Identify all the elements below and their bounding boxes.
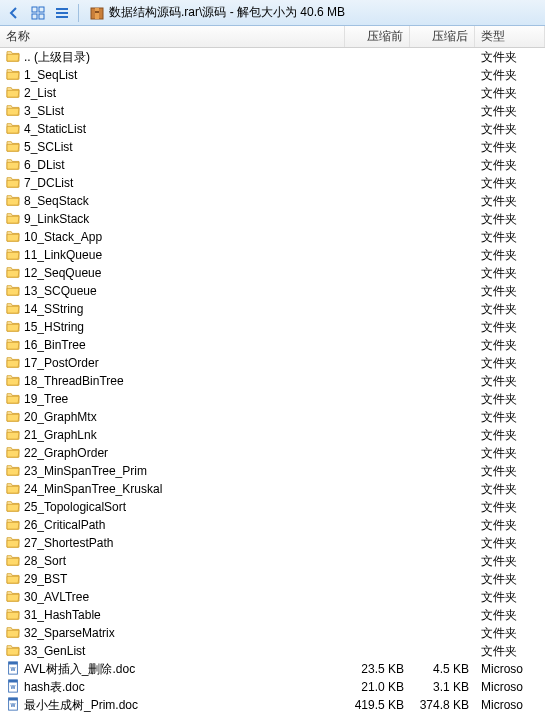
- file-type-cell: 文件夹: [475, 319, 545, 336]
- file-type-cell: 文件夹: [475, 499, 545, 516]
- column-header-name[interactable]: 名称: [0, 26, 345, 47]
- file-name-cell: 16_BinTree: [0, 338, 345, 353]
- file-type-cell: 文件夹: [475, 391, 545, 408]
- file-type-cell: 文件夹: [475, 67, 545, 84]
- file-row[interactable]: 2_List文件夹: [0, 84, 545, 102]
- file-row[interactable]: 15_HString文件夹: [0, 318, 545, 336]
- folder-icon: [6, 86, 20, 101]
- folder-icon: [6, 284, 20, 299]
- file-row[interactable]: 26_CriticalPath文件夹: [0, 516, 545, 534]
- file-row[interactable]: 21_GraphLnk文件夹: [0, 426, 545, 444]
- file-name-cell: 25_TopologicalSort: [0, 500, 345, 515]
- svg-rect-0: [32, 7, 37, 12]
- file-name-label: .. (上级目录): [24, 49, 90, 66]
- file-name-cell: 13_SCQueue: [0, 284, 345, 299]
- file-row[interactable]: 23_MinSpanTree_Prim文件夹: [0, 462, 545, 480]
- file-name-cell: 17_PostOrder: [0, 356, 345, 371]
- folder-icon: [6, 392, 20, 407]
- file-row[interactable]: .. (上级目录)文件夹: [0, 48, 545, 66]
- file-name-label: 20_GraphMtx: [24, 410, 97, 424]
- file-row[interactable]: 6_DList文件夹: [0, 156, 545, 174]
- path-bar[interactable]: 数据结构源码.rar\源码 - 解包大小为 40.6 MB: [85, 4, 541, 21]
- svg-rect-14: [9, 679, 18, 682]
- doc-icon: W: [6, 697, 20, 714]
- file-row[interactable]: 9_LinkStack文件夹: [0, 210, 545, 228]
- file-type-cell: Microso: [475, 680, 545, 694]
- file-row[interactable]: 19_Tree文件夹: [0, 390, 545, 408]
- file-row[interactable]: 30_AVLTree文件夹: [0, 588, 545, 606]
- file-name-cell: 3_SList: [0, 104, 345, 119]
- toolbar: 数据结构源码.rar\源码 - 解包大小为 40.6 MB: [0, 0, 545, 26]
- file-type-cell: 文件夹: [475, 589, 545, 606]
- folder-icon: [6, 518, 20, 533]
- file-row[interactable]: 31_HashTable文件夹: [0, 606, 545, 624]
- view-icons-button[interactable]: [28, 3, 48, 23]
- file-name-cell: 24_MinSpanTree_Kruskal: [0, 482, 345, 497]
- file-row[interactable]: 11_LinkQueue文件夹: [0, 246, 545, 264]
- file-name-label: 27_ShortestPath: [24, 536, 113, 550]
- folder-icon: [6, 536, 20, 551]
- folder-icon: [6, 572, 20, 587]
- file-name-label: 23_MinSpanTree_Prim: [24, 464, 147, 478]
- file-type-cell: 文件夹: [475, 301, 545, 318]
- file-row[interactable]: 18_ThreadBinTree文件夹: [0, 372, 545, 390]
- file-name-label: 14_SString: [24, 302, 83, 316]
- file-row[interactable]: 17_PostOrder文件夹: [0, 354, 545, 372]
- folder-icon: [6, 266, 20, 281]
- svg-text:W: W: [11, 665, 16, 671]
- file-row[interactable]: 5_SCList文件夹: [0, 138, 545, 156]
- file-name-label: 13_SCQueue: [24, 284, 97, 298]
- file-row[interactable]: 8_SeqStack文件夹: [0, 192, 545, 210]
- file-row[interactable]: W最小生成树_Prim.doc419.5 KB374.8 KBMicroso: [0, 696, 545, 714]
- file-list[interactable]: .. (上级目录)文件夹1_SeqList文件夹2_List文件夹3_SList…: [0, 48, 545, 720]
- archive-icon: [89, 5, 105, 21]
- file-name-cell: 4_StaticList: [0, 122, 345, 137]
- folder-icon: [6, 626, 20, 641]
- file-row[interactable]: 13_SCQueue文件夹: [0, 282, 545, 300]
- file-row[interactable]: Whash表.doc21.0 KB3.1 KBMicroso: [0, 678, 545, 696]
- file-name-label: 1_SeqList: [24, 68, 77, 82]
- nav-back-button[interactable]: [4, 3, 24, 23]
- path-text: 数据结构源码.rar\源码 - 解包大小为 40.6 MB: [109, 4, 345, 21]
- file-name-cell: 10_Stack_App: [0, 230, 345, 245]
- column-header-before[interactable]: 压缩前: [345, 26, 410, 47]
- file-row[interactable]: 4_StaticList文件夹: [0, 120, 545, 138]
- file-row[interactable]: 22_GraphOrder文件夹: [0, 444, 545, 462]
- column-header-type[interactable]: 类型: [475, 26, 545, 47]
- view-list-button[interactable]: [52, 3, 72, 23]
- file-type-cell: 文件夹: [475, 211, 545, 228]
- file-name-cell: Whash表.doc: [0, 679, 345, 696]
- file-type-cell: 文件夹: [475, 445, 545, 462]
- file-row[interactable]: WAVL树插入_删除.doc23.5 KB4.5 KBMicroso: [0, 660, 545, 678]
- file-row[interactable]: 24_MinSpanTree_Kruskal文件夹: [0, 480, 545, 498]
- size-after-cell: 3.1 KB: [410, 680, 475, 694]
- folder-icon: [6, 446, 20, 461]
- file-row[interactable]: 32_SparseMatrix文件夹: [0, 624, 545, 642]
- file-name-label: 19_Tree: [24, 392, 68, 406]
- file-row[interactable]: 12_SeqQueue文件夹: [0, 264, 545, 282]
- file-name-cell: 7_DCList: [0, 176, 345, 191]
- column-header-after[interactable]: 压缩后: [410, 26, 475, 47]
- folder-icon: [6, 122, 20, 137]
- file-name-label: hash表.doc: [24, 679, 85, 696]
- file-row[interactable]: 25_TopologicalSort文件夹: [0, 498, 545, 516]
- file-row[interactable]: 14_SString文件夹: [0, 300, 545, 318]
- file-row[interactable]: 10_Stack_App文件夹: [0, 228, 545, 246]
- file-name-cell: WAVL树插入_删除.doc: [0, 661, 345, 678]
- file-row[interactable]: 7_DCList文件夹: [0, 174, 545, 192]
- file-row[interactable]: 20_GraphMtx文件夹: [0, 408, 545, 426]
- svg-rect-11: [9, 661, 18, 664]
- file-row[interactable]: 16_BinTree文件夹: [0, 336, 545, 354]
- file-name-label: 24_MinSpanTree_Kruskal: [24, 482, 162, 496]
- file-row[interactable]: 29_BST文件夹: [0, 570, 545, 588]
- file-row[interactable]: 1_SeqList文件夹: [0, 66, 545, 84]
- file-row[interactable]: 3_SList文件夹: [0, 102, 545, 120]
- file-name-cell: 5_SCList: [0, 140, 345, 155]
- file-type-cell: 文件夹: [475, 85, 545, 102]
- file-name-label: 32_SparseMatrix: [24, 626, 115, 640]
- svg-rect-1: [39, 7, 44, 12]
- file-row[interactable]: 27_ShortestPath文件夹: [0, 534, 545, 552]
- file-row[interactable]: 28_Sort文件夹: [0, 552, 545, 570]
- file-row[interactable]: 33_GenList文件夹: [0, 642, 545, 660]
- file-name-cell: 32_SparseMatrix: [0, 626, 345, 641]
